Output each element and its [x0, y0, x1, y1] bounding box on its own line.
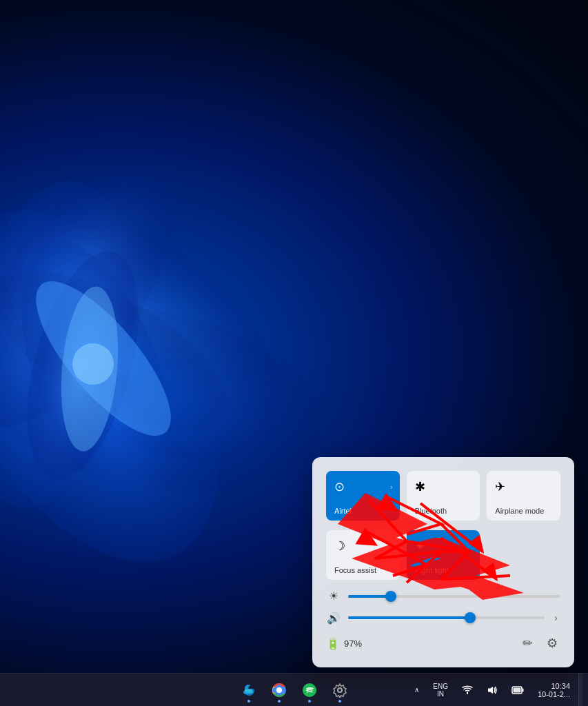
quick-settings-actions: ✏ ⚙	[520, 633, 560, 654]
volume-fill	[348, 616, 470, 619]
quick-settings-row2: ☽ Focus assist ✦ Night light	[326, 530, 560, 580]
nightlight-label: Night light	[415, 566, 449, 574]
edit-quick-settings-button[interactable]: ✏	[520, 633, 536, 654]
quick-settings-panel: ⊙ › Airtel ✱ Bluetooth ✈ Airplane mode ☽…	[312, 457, 574, 667]
airplane-label: Airplane mode	[495, 507, 544, 515]
settings-active-dot	[338, 700, 341, 703]
taskbar-spotify-icon[interactable]	[296, 676, 323, 704]
wifi-button[interactable]: ⊙ › Airtel	[326, 471, 400, 521]
battery-icon: 🔋	[326, 637, 340, 650]
open-settings-button[interactable]: ⚙	[544, 633, 560, 654]
taskbar-settings-icon[interactable]	[326, 676, 354, 704]
brightness-thumb[interactable]	[385, 591, 396, 602]
brightness-slider-row: ☀	[326, 589, 560, 603]
airplane-icon: ✈	[495, 479, 505, 494]
chevron-up-icon: ∧	[414, 686, 419, 694]
taskbar-time-display: 10:34	[551, 682, 570, 690]
taskbar: ∧ ENG IN	[0, 673, 588, 706]
nightlight-icon: ✦	[415, 538, 425, 554]
taskbar-center	[235, 676, 354, 704]
chrome-active-dot	[278, 700, 281, 703]
taskbar-edge-icon[interactable]	[235, 676, 263, 704]
volume-icon: 🔊	[326, 612, 341, 625]
taskbar-date-display: 10-01-2...	[538, 690, 570, 698]
battery-percent: 97%	[344, 638, 362, 649]
language-label: ENG	[433, 683, 448, 690]
airplane-mode-button[interactable]: ✈ Airplane mode	[487, 471, 560, 521]
wifi-tray-icon	[462, 685, 473, 695]
svg-point-10	[72, 343, 114, 385]
volume-slider-row: 🔊 ›	[326, 611, 560, 625]
bluetooth-label: Bluetooth	[415, 507, 447, 515]
battery-tray-icon	[511, 685, 524, 695]
taskbar-clock[interactable]: 10:34 10-01-2...	[532, 680, 576, 700]
svg-point-23	[338, 688, 342, 692]
taskbar-wifi-button[interactable]	[456, 683, 478, 698]
volume-thumb[interactable]	[465, 612, 476, 623]
spotify-active-dot	[308, 700, 311, 703]
svg-marker-24	[488, 687, 493, 694]
bluetooth-icon: ✱	[415, 479, 425, 494]
taskbar-right: ∧ ENG IN	[409, 674, 588, 707]
focus-assist-button[interactable]: ☽ Focus assist	[326, 530, 400, 580]
taskbar-battery-button[interactable]	[506, 683, 529, 698]
brightness-icon: ☀	[326, 589, 341, 603]
night-light-button[interactable]: ✦ Night light	[407, 530, 480, 580]
volume-slider[interactable]	[348, 616, 545, 619]
svg-rect-26	[522, 688, 523, 692]
gear-icon: ⚙	[547, 636, 558, 650]
taskbar-chrome-icon[interactable]	[265, 676, 293, 704]
svg-point-21	[276, 687, 281, 692]
quick-settings-row1: ⊙ › Airtel ✱ Bluetooth ✈ Airplane mode	[326, 471, 560, 521]
focus-label: Focus assist	[334, 566, 376, 574]
show-desktop-button[interactable]	[578, 674, 582, 707]
taskbar-language-indicator[interactable]: ENG IN	[427, 680, 454, 700]
brightness-slider[interactable]	[348, 595, 560, 598]
language-region: IN	[437, 690, 444, 698]
wifi-icon: ⊙	[334, 479, 345, 494]
volume-tray-icon	[487, 685, 498, 695]
bluetooth-button[interactable]: ✱ Bluetooth	[407, 471, 480, 521]
moon-icon: ☽	[334, 538, 345, 554]
volume-next-button[interactable]: ›	[551, 611, 560, 625]
edit-icon: ✏	[523, 636, 533, 650]
wallpaper-bloom	[0, 55, 324, 607]
svg-rect-27	[513, 687, 520, 692]
taskbar-volume-button[interactable]	[481, 683, 503, 698]
brightness-fill	[348, 595, 391, 598]
quick-settings-bottom: 🔋 97% ✏ ⚙	[326, 633, 560, 654]
battery-info: 🔋 97%	[326, 637, 362, 650]
wifi-arrow: ›	[390, 483, 393, 491]
wifi-label: Airtel	[334, 507, 352, 515]
edge-active-dot	[247, 700, 250, 703]
taskbar-chevron-button[interactable]: ∧	[409, 683, 425, 696]
